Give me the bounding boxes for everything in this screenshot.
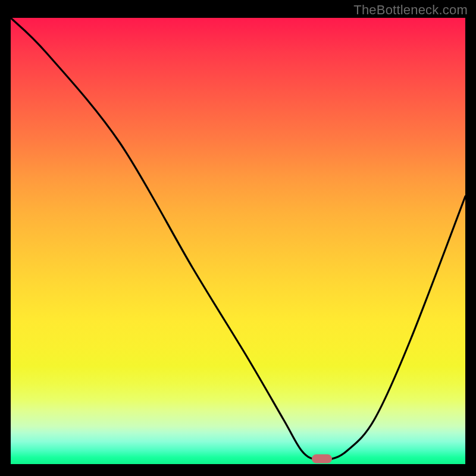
optimum-marker xyxy=(312,455,332,464)
watermark-text: TheBottleneck.com xyxy=(353,2,468,18)
chart-frame: TheBottleneck.com xyxy=(0,0,476,476)
plot-background-gradient xyxy=(11,18,465,464)
